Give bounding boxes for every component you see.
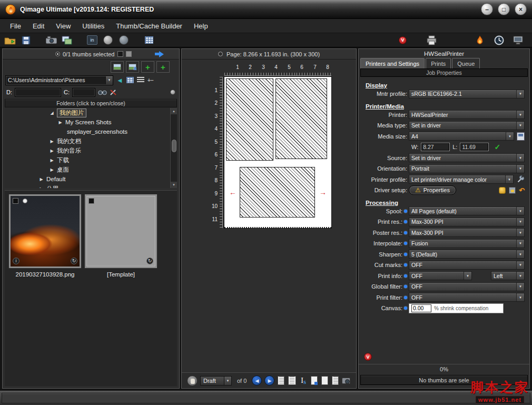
thumb-deselect-box-icon[interactable] [126,51,132,57]
dropdown-arrow-icon[interactable] [516,154,524,162]
spool-select[interactable]: All Pages (default) [409,206,525,215]
length-input[interactable] [460,143,489,151]
print-preview-button[interactable] [288,376,296,385]
dropdown-arrow-icon[interactable] [505,175,513,183]
page-radio-indicator[interactable] [218,52,223,56]
page-sheet[interactable]: ← → [224,77,331,228]
thumbs-radio-indicator[interactable] [55,52,60,56]
tree-item-smplayer-screenshots[interactable]: smplayer_screenshots [5,127,177,136]
dropdown-arrow-icon[interactable] [516,250,524,258]
tab-prints[interactable]: Prints [426,58,451,68]
dropdown-arrow-icon[interactable] [464,272,471,280]
section-printer-media[interactable]: Printer/Media [359,100,529,110]
save-button[interactable] [20,34,32,46]
poster-res-select[interactable]: Max-300 PPI [409,228,525,237]
cut-marks-select[interactable]: OFF [409,261,525,270]
profile-wrench-button[interactable] [517,175,525,183]
folder-arrow-icon[interactable] [49,149,55,153]
thumb-checkbox[interactable] [88,198,94,204]
open-folder-button[interactable] [4,34,16,46]
printer-profile-select[interactable]: Let printer/driver manage color [409,175,514,184]
media-size-select[interactable]: A4 [409,132,514,141]
thumbnail-image[interactable]: i ↻ [9,194,81,268]
thumb-checkbox[interactable] [13,198,18,204]
printer-select[interactable]: HWSealPrinter [409,110,525,119]
tree-item-label[interactable]: Default [46,176,65,182]
search-button[interactable] [98,90,107,95]
interpolate-select[interactable]: Fusion [409,239,525,248]
dropdown-arrow-icon[interactable] [506,132,514,140]
tree-item-downloads[interactable]: 下载 [5,155,177,165]
option-dot-icon[interactable] [404,253,407,256]
tree-item-label[interactable]: 下载 [57,156,69,164]
mntr-profile-select[interactable]: sRGB IEC61966-2.1 [409,90,525,98]
prev-page-button[interactable]: ◀ [252,376,262,386]
camera-acquire-button[interactable] [45,34,57,46]
sphere-tool-button[interactable] [102,34,114,46]
thumb-rotate-icon[interactable]: ↻ [71,258,77,264]
thumb-size-button[interactable]: in [86,34,98,46]
printer-setup-button[interactable] [426,34,437,46]
sharpen-select[interactable]: 5 (Default) [409,250,525,259]
tree-item-label[interactable]: 桌面 [57,166,69,174]
tab-printers-and-settings[interactable]: Printers and Settings [360,58,425,68]
dropdown-arrow-icon[interactable] [516,283,524,291]
expand-collapse-icon[interactable]: +‒ [147,77,153,83]
close-button[interactable]: × [515,3,527,15]
next-page-button[interactable]: ▶ [264,376,274,386]
dropdown-arrow-icon[interactable] [516,293,524,301]
print-info-position-select[interactable]: Left [491,271,525,280]
tree-item-label[interactable]: 我的文档 [57,137,81,145]
option-dot-icon[interactable] [404,296,407,299]
print-res-select[interactable]: Max-300 PPI [409,218,525,226]
print-placeholder-3[interactable] [240,167,315,218]
print-info-select[interactable]: OFF [409,271,472,280]
folder-arrow-icon[interactable] [38,177,44,182]
blank-page-button[interactable] [321,376,328,385]
folder-arrow-icon[interactable] [49,158,55,163]
section-processing[interactable]: Processing [359,196,529,206]
dropdown-arrow-icon[interactable] [516,122,524,130]
table-view-button[interactable] [143,34,155,46]
source-select[interactable]: Set in driver [409,153,525,162]
tree-item-default[interactable]: Default [5,174,177,184]
utilities-button[interactable] [512,34,524,46]
menu-utilities[interactable]: Utilities [76,19,110,33]
thumb-rotate-icon[interactable]: ↻ [146,258,153,264]
tree-item-label[interactable]: 我的音乐 [57,147,81,155]
menu-help[interactable]: Help [188,19,214,33]
option-dot-icon[interactable] [404,210,407,213]
print-placeholder-2[interactable] [275,78,327,159]
back-arrow-icon[interactable]: ◄ [116,77,123,84]
option-dot-icon[interactable] [404,307,407,310]
option-dot-icon[interactable] [404,242,407,245]
text-tool-button[interactable]: IS [301,377,306,385]
section-display[interactable]: Display [359,78,529,88]
quality-select[interactable]: Draft [200,376,232,386]
global-filter-select[interactable]: OFF [409,282,525,291]
option-dot-icon[interactable] [404,274,407,278]
save-settings-icon[interactable] [509,187,516,194]
tree-item-pictures[interactable]: 我的图片 [5,108,177,117]
folder-arrow-icon[interactable] [49,111,55,115]
canvas-compensation-input[interactable] [411,304,431,312]
dropdown-arrow-icon[interactable] [516,229,524,236]
tree-item-my-screen-shots[interactable]: My Screen Shots [5,117,177,127]
hot-folder-button[interactable] [474,34,486,46]
option-dot-icon[interactable] [404,285,407,288]
thumb-info-icon[interactable]: i [13,258,19,264]
snapshot-button[interactable] [342,378,350,384]
folder-arrow-icon[interactable] [38,186,44,189]
tree-item-public[interactable]: 公用 [5,184,177,188]
tree-item-music[interactable]: 我的音乐 [5,146,177,155]
tree-item-label[interactable]: My Screen Shots [65,119,112,125]
tree-item-label[interactable]: smplayer_screenshots [67,129,127,135]
scroll-up-icon[interactable] [171,108,177,114]
menu-edit[interactable]: Edit [27,19,50,33]
copy-images-button[interactable] [61,34,73,46]
dropdown-arrow-icon[interactable] [516,261,524,269]
scheduler-button[interactable] [493,34,505,46]
option-dot-icon[interactable] [404,220,407,223]
thumbnail-template[interactable]: ↻ [85,194,157,268]
dropdown-arrow-icon[interactable] [516,111,524,118]
